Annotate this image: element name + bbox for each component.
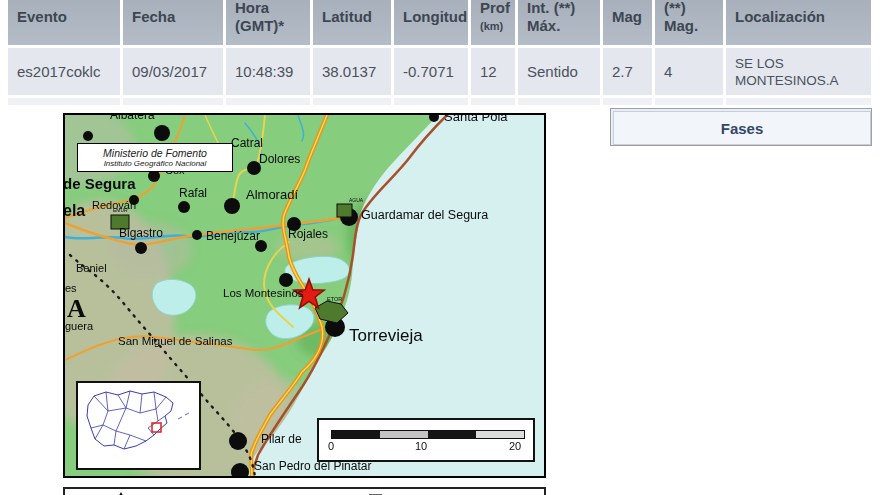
col-hora: Hora(GMT)* [226,0,310,45]
label-dolores: Dolores [259,153,300,166]
cell-prof: 12 [471,48,515,95]
table-row-cut [8,98,871,105]
label-benejuzar: Benejúzar [206,230,260,243]
col-latitud: Latitud [313,0,391,45]
scale-tick-10: 10 [415,440,427,452]
label-station-etor: ETOR [327,297,342,303]
earthquake-table: Evento Fecha Hora(GMT)* Latitud Longitud… [5,0,874,108]
label-albatera: Albatera [110,113,155,122]
cell-int-max: Sentido [518,48,600,95]
label-pilar: Pilar de [261,433,302,446]
label-catral: Catral [231,137,263,150]
cell-longitud: -0.7071 [394,48,468,95]
label-province-letter: A [67,295,86,322]
scale-tick-20: 20 [509,440,521,452]
cell-latitud: 38.0137 [313,48,391,95]
scale-bar [331,430,525,439]
label-orihuela-cut: ela [63,203,85,220]
table-header-row: Evento Fecha Hora(GMT)* Latitud Longitud… [8,0,871,45]
label-rafal: Rafal [179,187,207,200]
label-rojales: Rojales [288,228,328,241]
label-station-emur: EMUR [113,208,128,213]
cell-fecha: 09/03/2017 [123,48,223,95]
table-row: es2017coklc 09/03/2017 10:48:39 38.0137 … [8,48,871,95]
col-localizacion: Localización [726,0,871,45]
credit-line2: Instituto Geográfico Nacional [78,159,232,169]
label-almoradi: Almoradí [246,188,298,202]
scale-tick-0: 0 [328,440,334,452]
credit-line1: Ministerio de Fomento [78,147,232,159]
col-fecha: Fecha [123,0,223,45]
label-bigastro: Bigastro [119,227,163,240]
cell-localizacion: SE LOS MONTESINOS.A [726,48,871,95]
map-credit-box: Ministerio de Fomento Instituto Geográfi… [77,143,233,172]
col-int-max: Int. (**)Máx. [518,0,600,45]
label-es-cut: es [65,283,77,295]
cell-hora: 10:48:39 [226,48,310,95]
spain-inset-map [76,381,201,470]
label-los-montesinos: Los Montesinos [223,287,304,299]
legend-strip [63,487,546,495]
col-mag: Mag [603,0,652,45]
label-guera-cut: guera [65,321,93,333]
label-santa-pola: Santa Pola [444,113,508,124]
col-mag2: (**)Mag. [655,0,723,45]
col-longitud: Longitud [394,0,468,45]
fases-panel: Fases [610,108,872,146]
spain-inset-graphics [78,383,195,464]
label-torrevieja: Torrevieja [349,327,423,345]
label-beniel: Beniel [76,263,107,275]
station-agua-marker [337,204,352,217]
label-guardamar: Guardamar del Segura [361,209,488,222]
cell-evento: es2017coklc [8,48,120,95]
page: Evento Fecha Hora(GMT)* Latitud Longitud… [0,0,880,495]
scale-bar-box: 0 10 20 [317,418,535,462]
fases-button[interactable]: Fases [613,111,871,145]
label-san-miguel: San Miguel de Salinas [118,335,232,347]
col-evento: Evento [8,0,120,45]
epicenter-map: Albatera Santa Pola Catral Dolores Cox R… [63,113,546,478]
label-station-agua: AGUA [349,198,363,203]
label-de-segura: de Segura [63,176,136,192]
cell-mag: 2.7 [603,48,652,95]
col-prof: Prof(km) [471,0,515,45]
cell-mag2: 4 [655,48,723,95]
